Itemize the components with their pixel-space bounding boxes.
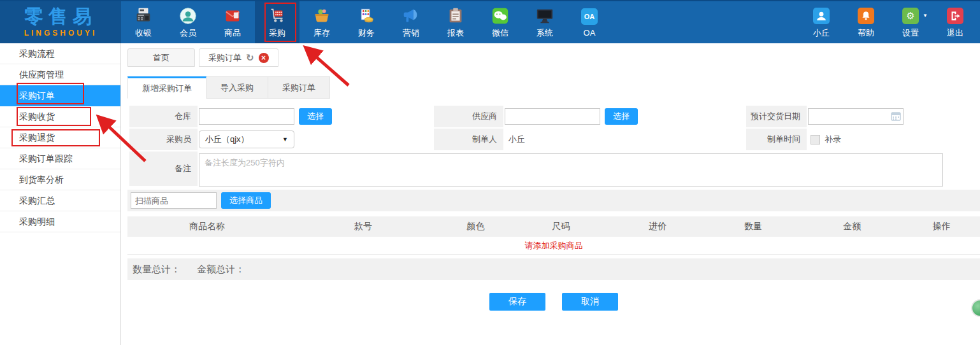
buyer-cell: 小丘（qjx） ▼ <box>198 129 434 151</box>
main-content: 首页 采购订单 ↻ × 新增采购订单 导入采购 采购订单 仓库 选择 供应商 <box>121 43 980 345</box>
delivery-date-cell <box>807 106 980 129</box>
top-header: 零售易 LINGSHOUYI 收银 会员 商品 <box>0 0 980 43</box>
cancel-button[interactable]: 取消 <box>562 293 618 311</box>
col-size: 尺码 <box>512 221 610 232</box>
nav-label: 设置 <box>902 27 919 39</box>
nav-item-member[interactable]: 会员 <box>166 1 210 43</box>
subtab-import-purchase[interactable]: 导入采购 <box>206 76 268 99</box>
maker-value: 小丘 <box>505 134 525 145</box>
tab-home[interactable]: 首页 <box>127 48 195 67</box>
col-amount: 金额 <box>801 221 904 232</box>
nav-item-logout[interactable]: 退出 <box>933 1 977 43</box>
nav-item-finance[interactable]: 财务 <box>344 1 389 43</box>
maker-cell: 小丘 <box>503 129 746 151</box>
nav-item-marketing[interactable]: 营销 <box>389 1 433 43</box>
close-icon[interactable]: × <box>259 53 269 63</box>
buyer-label: 采购员 <box>129 129 198 151</box>
refresh-icon[interactable]: ↻ <box>246 53 254 62</box>
buyer-select[interactable]: 小丘（qjx） ▼ <box>199 130 294 148</box>
makeup-checkbox[interactable] <box>811 135 820 144</box>
sidebar-item-supplier-management[interactable]: 供应商管理 <box>0 64 120 85</box>
nav-item-product[interactable]: 商品 <box>210 1 255 43</box>
subtab-bar: 新增采购订单 导入采购 采购订单 <box>127 76 330 99</box>
nav-item-system[interactable]: 系统 <box>522 1 567 43</box>
sidebar-item-arrival-rate-analysis[interactable]: 到货率分析 <box>0 169 120 190</box>
logout-icon <box>946 6 965 25</box>
cash-register-icon <box>134 6 153 25</box>
save-button[interactable]: 保存 <box>489 293 545 311</box>
sidebar-item-purchase-order[interactable]: 采购订单 <box>0 85 120 106</box>
nav-label: 采购 <box>269 27 285 39</box>
maketime-label: 制单时间 <box>746 129 807 151</box>
nav-item-cashier[interactable]: 收银 <box>121 1 166 43</box>
oa-icon: OA <box>580 7 599 26</box>
warehouse-select-button[interactable]: 选择 <box>299 108 332 125</box>
sidebar-item-purchase-order-tracking[interactable]: 采购订单跟踪 <box>0 148 120 169</box>
supplier-label: 供应商 <box>434 106 503 129</box>
inventory-icon <box>312 6 331 25</box>
tab-purchase-order[interactable]: 采购订单 ↻ × <box>199 48 278 67</box>
calendar-icon[interactable] <box>891 111 901 122</box>
scan-bar: 选择商品 <box>127 190 980 211</box>
nav-item-wechat[interactable]: 微信 <box>478 1 522 43</box>
remark-label: 备注 <box>129 151 198 187</box>
subtab-new-purchase-order[interactable]: 新增采购订单 <box>127 76 206 99</box>
nav-label: 退出 <box>947 27 963 39</box>
col-operation: 操作 <box>904 221 980 232</box>
subtab-purchase-order-list[interactable]: 采购订单 <box>268 76 330 99</box>
col-purchase-price: 进价 <box>610 221 705 232</box>
remark-textarea[interactable] <box>199 153 943 187</box>
sidebar-item-purchase-summary[interactable]: 采购汇总 <box>0 190 120 211</box>
nav-item-report[interactable]: 报表 <box>433 1 478 43</box>
report-icon <box>446 6 465 25</box>
nav-label: 商品 <box>224 27 241 39</box>
supplier-select-button[interactable]: 选择 <box>605 108 638 125</box>
wechat-icon <box>491 6 510 25</box>
warehouse-label: 仓库 <box>129 106 198 129</box>
buyer-select-value: 小丘（qjx） <box>205 134 249 145</box>
col-style-number: 款号 <box>287 221 440 232</box>
nav-label: 库存 <box>313 27 330 39</box>
nav-label: 报表 <box>447 27 464 39</box>
chevron-down-icon: ▼ <box>282 136 288 143</box>
delivery-date-input[interactable] <box>808 108 904 125</box>
warehouse-input[interactable] <box>199 108 294 125</box>
remark-cell <box>198 151 980 187</box>
tab-label: 首页 <box>153 52 169 64</box>
nav-label: 财务 <box>358 27 375 39</box>
select-product-button[interactable]: 选择商品 <box>221 192 271 209</box>
nav-item-user[interactable]: 小丘 <box>799 1 844 43</box>
tab-bar: 首页 采购订单 ↻ × <box>127 48 278 67</box>
sidebar-item-purchase-receiving[interactable]: 采购收货 <box>0 106 120 127</box>
settings-caret-icon: ▼ <box>923 13 928 18</box>
main-nav: 收银 会员 商品 采购 <box>121 1 612 43</box>
totals-bar: 数量总计： 金额总计： <box>127 258 980 280</box>
nav-label: 系统 <box>537 27 553 39</box>
nav-item-inventory[interactable]: 库存 <box>299 1 344 43</box>
sidebar: 采购流程 供应商管理 采购订单 采购收货 采购退货 采购订单跟踪 到货率分析 采… <box>0 43 121 345</box>
sidebar-item-purchase-detail[interactable]: 采购明细 <box>0 211 120 232</box>
amount-total-label: 金额总计： <box>197 264 245 276</box>
nav-label: 收银 <box>135 27 152 39</box>
qty-total-label: 数量总计： <box>133 264 180 276</box>
settings-gear-icon: ⚙ ▼ <box>901 6 920 25</box>
nav-item-settings[interactable]: ⚙ ▼ 设置 <box>888 1 933 43</box>
supplier-input[interactable] <box>505 108 600 125</box>
nav-label: 帮助 <box>858 27 874 39</box>
sidebar-item-purchase-process[interactable]: 采购流程 <box>0 43 120 64</box>
brand-subtitle: LINGSHOUYI <box>24 29 97 38</box>
nav-item-help[interactable]: 帮助 <box>844 1 888 43</box>
finance-icon <box>357 6 376 25</box>
makeup-checkbox-label: 补录 <box>825 134 841 145</box>
nav-item-oa[interactable]: OA OA <box>567 1 612 43</box>
nav-item-purchase[interactable]: 采购 <box>255 1 299 43</box>
sidebar-item-purchase-return[interactable]: 采购退货 <box>0 127 120 148</box>
scan-product-input[interactable] <box>131 192 217 209</box>
product-table-header: 商品名称 款号 颜色 尺码 进价 数量 金额 操作 <box>127 216 980 237</box>
maker-label: 制单人 <box>434 129 503 151</box>
brand-title: 零售易 <box>24 7 97 26</box>
product-icon <box>223 6 242 25</box>
col-color: 颜色 <box>440 221 512 232</box>
maketime-cell: 补录 <box>807 129 980 151</box>
tab-label: 采购订单 <box>208 52 241 64</box>
